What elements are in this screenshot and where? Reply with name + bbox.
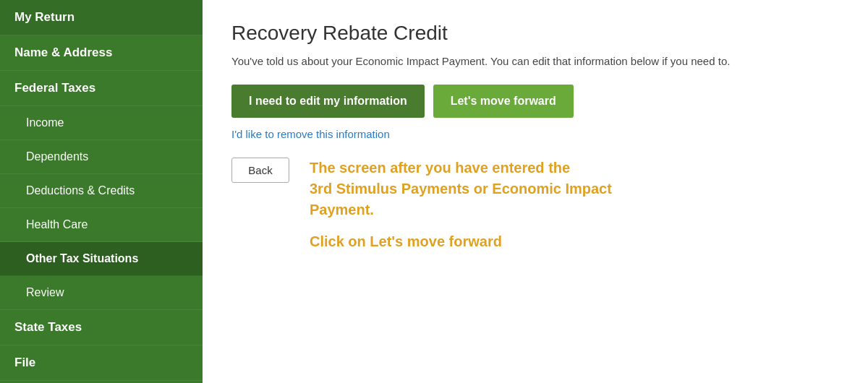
sidebar-item-state-taxes[interactable]: State Taxes [0,310,203,345]
sidebar-item-my-return[interactable]: My Return [0,0,203,35]
annotation-block: The screen after you have entered the 3r… [310,158,612,250]
remove-information-link[interactable]: I'd like to remove this information [231,128,839,140]
annotation-sub: Click on Let's move forward [310,233,612,250]
back-row: Back The screen after you have entered t… [231,158,839,250]
annotation-text: The screen after you have entered the 3r… [310,158,612,220]
sidebar-item-file[interactable]: File [0,345,203,381]
edit-information-button[interactable]: I need to edit my information [231,85,425,118]
sidebar-item-income[interactable]: Income [0,106,203,140]
sidebar-item-other-tax-situations[interactable]: Other Tax Situations [0,242,203,276]
sidebar-item-health-care[interactable]: Health Care [0,208,203,242]
sidebar-item-federal-taxes[interactable]: Federal Taxes [0,71,203,106]
page-title: Recovery Rebate Credit [231,22,839,45]
sidebar-item-deductions-credits[interactable]: Deductions & Credits [0,174,203,208]
sidebar-item-dependents[interactable]: Dependents [0,140,203,174]
sidebar-item-review[interactable]: Review [0,276,203,310]
back-button[interactable]: Back [231,158,289,183]
sidebar: My ReturnName & AddressFederal TaxesInco… [0,0,203,383]
sidebar-item-name-address[interactable]: Name & Address [0,35,203,71]
page-description: You've told us about your Economic Impac… [231,53,839,70]
action-buttons: I need to edit my information Let's move… [231,85,839,118]
move-forward-button[interactable]: Let's move forward [433,85,574,118]
main-content: Recovery Rebate Credit You've told us ab… [203,0,868,383]
